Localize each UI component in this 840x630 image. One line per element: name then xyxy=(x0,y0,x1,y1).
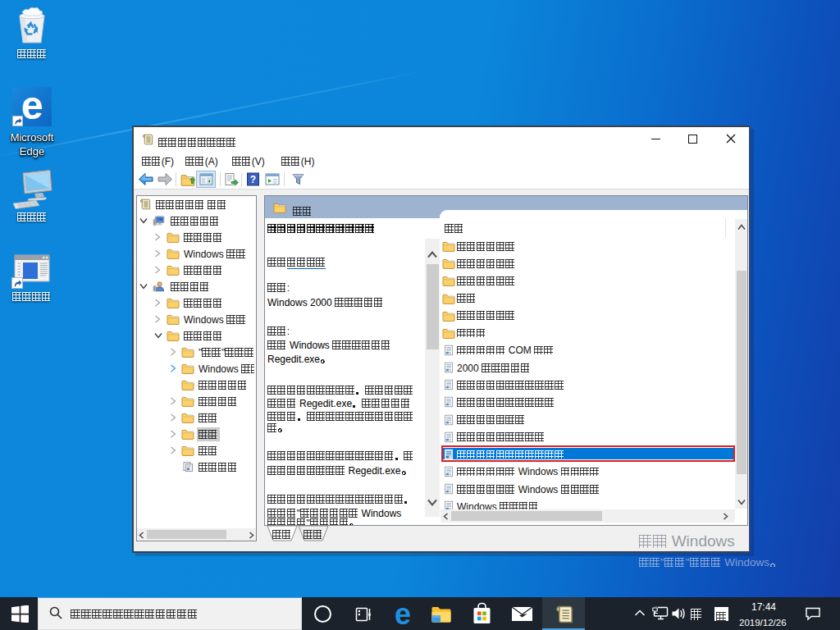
svg-text:?: ? xyxy=(250,174,256,185)
